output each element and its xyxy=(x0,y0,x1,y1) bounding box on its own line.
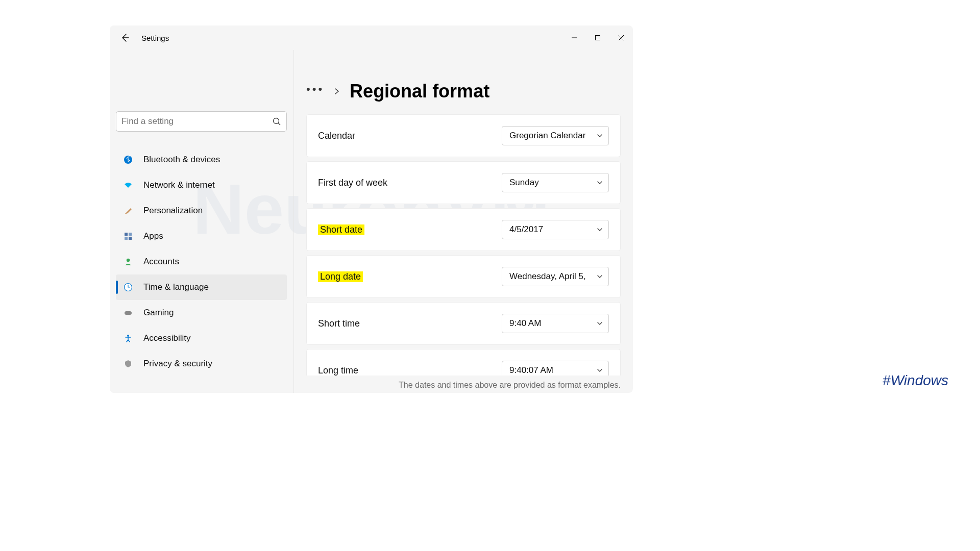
format-note: The dates and times above are provided a… xyxy=(306,381,621,390)
maximize-button[interactable] xyxy=(586,28,609,48)
gamepad-icon xyxy=(123,308,133,318)
search-container xyxy=(116,111,287,132)
sidebar-item-label: Accessibility xyxy=(143,333,191,343)
sidebar-item-label: Gaming xyxy=(143,308,174,318)
svg-rect-11 xyxy=(125,311,132,315)
chevron-down-icon xyxy=(596,320,603,327)
person-icon xyxy=(123,257,133,267)
back-button[interactable] xyxy=(119,32,131,44)
breadcrumb-more-icon[interactable]: ••• xyxy=(306,83,324,96)
shortdate-select[interactable]: 4/5/2017 xyxy=(502,220,609,239)
chevron-right-icon xyxy=(333,88,340,95)
svg-rect-8 xyxy=(129,237,132,240)
svg-rect-5 xyxy=(125,233,128,236)
sidebar-item-bluetooth[interactable]: Bluetooth & devices xyxy=(116,147,287,172)
chevron-down-icon xyxy=(596,367,603,374)
window-controls xyxy=(562,28,633,48)
select-value: Sunday xyxy=(509,178,539,188)
sidebar-item-personalization[interactable]: Personalization xyxy=(116,198,287,223)
chevron-down-icon xyxy=(596,179,603,186)
setting-label: Long time xyxy=(318,365,358,376)
apps-icon xyxy=(123,231,133,241)
setting-short-time: Short time 9:40 AM xyxy=(306,302,621,345)
sidebar-item-label: Personalization xyxy=(143,206,203,216)
setting-label: Calendar xyxy=(318,131,355,141)
titlebar-left: Settings xyxy=(110,32,169,44)
setting-label: First day of week xyxy=(318,178,387,188)
sidebar-item-label: Bluetooth & devices xyxy=(143,155,220,165)
search-input[interactable] xyxy=(121,116,273,127)
select-value: 9:40 AM xyxy=(509,318,541,329)
longtime-select[interactable]: 9:40:07 AM xyxy=(502,361,609,375)
svg-point-12 xyxy=(127,335,129,337)
svg-rect-7 xyxy=(125,237,128,240)
setting-label: Long date xyxy=(318,271,363,282)
sidebar-item-apps[interactable]: Apps xyxy=(116,223,287,249)
breadcrumb: ••• Regional format xyxy=(306,81,621,102)
svg-point-2 xyxy=(274,118,279,123)
clock-globe-icon xyxy=(123,282,133,292)
svg-rect-6 xyxy=(129,233,132,236)
settings-window: NeuronVM Settings xyxy=(110,26,633,393)
sidebar-item-label: Privacy & security xyxy=(143,359,212,369)
setting-short-date: Short date 4/5/2017 xyxy=(306,208,621,251)
sidebar-item-label: Accounts xyxy=(143,257,179,267)
search-box[interactable] xyxy=(116,111,287,132)
setting-first-day: First day of week Sunday xyxy=(306,161,621,204)
sidebar-item-gaming[interactable]: Gaming xyxy=(116,300,287,325)
window-body: Bluetooth & devices Network & internet P… xyxy=(110,50,633,393)
minimize-icon xyxy=(571,35,577,41)
settings-list: Calendar Gregorian Calendar First day of… xyxy=(306,114,621,375)
setting-long-time: Long time 9:40:07 AM xyxy=(306,349,621,375)
nav-list: Bluetooth & devices Network & internet P… xyxy=(116,147,287,377)
sidebar: Bluetooth & devices Network & internet P… xyxy=(110,50,293,393)
shorttime-select[interactable]: 9:40 AM xyxy=(502,314,609,333)
wifi-icon xyxy=(123,180,133,190)
chevron-down-icon xyxy=(596,273,603,280)
chevron-down-icon xyxy=(596,226,603,233)
sidebar-item-privacy[interactable]: Privacy & security xyxy=(116,351,287,377)
longdate-select[interactable]: Wednesday, April 5, xyxy=(502,267,609,286)
close-icon xyxy=(618,35,624,41)
hashtag-overlay: #Windows xyxy=(883,372,948,389)
sidebar-item-network[interactable]: Network & internet xyxy=(116,172,287,198)
setting-long-date: Long date Wednesday, April 5, xyxy=(306,255,621,298)
titlebar: Settings xyxy=(110,26,633,50)
search-icon xyxy=(273,117,281,126)
bluetooth-icon xyxy=(123,155,133,165)
setting-label: Short date xyxy=(318,224,364,235)
select-value: Gregorian Calendar xyxy=(509,131,585,141)
setting-label: Short time xyxy=(318,318,360,329)
close-button[interactable] xyxy=(609,28,633,48)
shield-icon xyxy=(123,359,133,369)
arrow-left-icon xyxy=(120,33,130,43)
svg-rect-1 xyxy=(596,36,600,40)
sidebar-item-accessibility[interactable]: Accessibility xyxy=(116,325,287,351)
main-content: ••• Regional format Calendar Gregorian C… xyxy=(293,50,633,393)
select-value: 4/5/2017 xyxy=(509,224,543,235)
select-value: Wednesday, April 5, xyxy=(509,271,586,282)
sidebar-item-time-language[interactable]: Time & language xyxy=(116,274,287,300)
app-title: Settings xyxy=(141,34,169,42)
sidebar-item-accounts[interactable]: Accounts xyxy=(116,249,287,274)
chevron-down-icon xyxy=(596,132,603,139)
select-value: 9:40:07 AM xyxy=(509,365,553,375)
sidebar-item-label: Apps xyxy=(143,231,163,241)
accessibility-icon xyxy=(123,333,133,343)
firstday-select[interactable]: Sunday xyxy=(502,173,609,192)
sidebar-item-label: Time & language xyxy=(143,282,209,292)
setting-calendar: Calendar Gregorian Calendar xyxy=(306,114,621,157)
svg-point-9 xyxy=(127,259,130,262)
maximize-icon xyxy=(595,35,601,41)
page-title: Regional format xyxy=(350,81,489,102)
svg-line-3 xyxy=(278,123,280,125)
minimize-button[interactable] xyxy=(562,28,586,48)
sidebar-item-label: Network & internet xyxy=(143,180,215,190)
brush-icon xyxy=(123,206,133,216)
calendar-select[interactable]: Gregorian Calendar xyxy=(502,126,609,145)
